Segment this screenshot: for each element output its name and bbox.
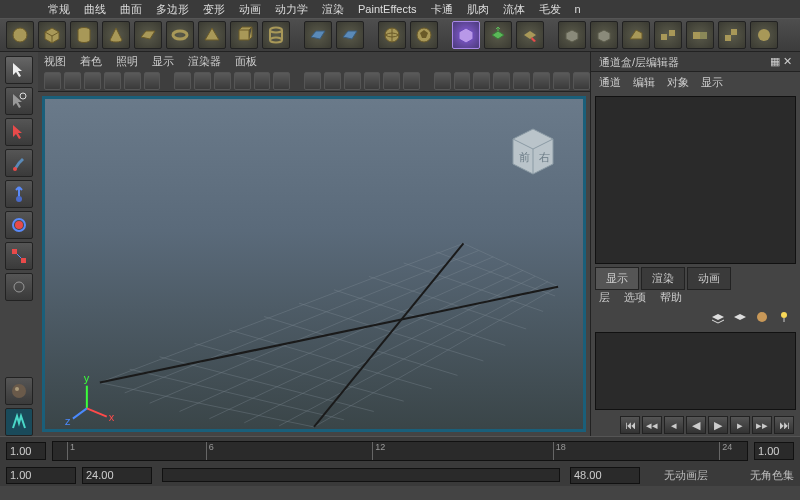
range-out-field[interactable] [570, 467, 640, 484]
range-in-field[interactable] [82, 467, 152, 484]
menu-item[interactable]: 常规 [48, 2, 70, 17]
plane-icon[interactable] [134, 21, 162, 49]
soccer-icon[interactable] [410, 21, 438, 49]
pipe-icon[interactable] [262, 21, 290, 49]
vp-btn[interactable] [344, 72, 361, 90]
play-button[interactable]: ▶ [708, 416, 728, 434]
pyramid-icon[interactable] [198, 21, 226, 49]
vp-btn[interactable] [493, 72, 510, 90]
smooth-icon[interactable] [750, 21, 778, 49]
sphere-icon[interactable] [6, 21, 34, 49]
cube-icon[interactable] [38, 21, 66, 49]
tab-channel[interactable]: 通道 [599, 75, 621, 90]
plane3-icon[interactable] [336, 21, 364, 49]
time-slider[interactable]: 1 6 12 18 24 [0, 436, 800, 464]
layer-sphere-icon[interactable] [754, 309, 770, 325]
start-frame-field[interactable] [6, 442, 46, 460]
channel-list[interactable] [595, 96, 796, 264]
vp-btn[interactable] [174, 72, 191, 90]
menu-item[interactable]: 卡通 [431, 2, 453, 17]
vp-btn[interactable] [573, 72, 590, 90]
layer-list[interactable] [595, 332, 796, 410]
viewport-persp[interactable]: y x z 前右 [42, 96, 586, 432]
vp-btn[interactable] [513, 72, 530, 90]
tab-edit[interactable]: 编辑 [633, 75, 655, 90]
move-tool[interactable] [5, 180, 33, 208]
timeline-ruler[interactable]: 1 6 12 18 24 [52, 441, 748, 461]
show-menu[interactable]: 显示 [152, 54, 174, 69]
prism-icon[interactable] [230, 21, 258, 49]
renderer-menu[interactable]: 渲染器 [188, 54, 221, 69]
wedge-icon[interactable] [622, 21, 650, 49]
layer-light-icon[interactable] [776, 309, 792, 325]
rewind-start-button[interactable]: ⏮ [620, 416, 640, 434]
brush-tool[interactable] [5, 149, 33, 177]
select-tool[interactable] [5, 56, 33, 84]
range-start-field[interactable] [6, 467, 76, 484]
menu-item[interactable]: 变形 [203, 2, 225, 17]
vp-btn[interactable] [304, 72, 321, 90]
material-icon[interactable] [5, 377, 33, 405]
cylinder-icon[interactable] [70, 21, 98, 49]
menu-item[interactable]: 肌肉 [467, 2, 489, 17]
vp-btn[interactable] [84, 72, 101, 90]
help-menu[interactable]: 帮助 [660, 290, 682, 305]
torus-icon[interactable] [166, 21, 194, 49]
range-bar[interactable] [162, 468, 560, 482]
vp-btn[interactable] [124, 72, 141, 90]
step-back-button[interactable]: ◂◂ [642, 416, 662, 434]
tab-show[interactable]: 显示 [701, 75, 723, 90]
vp-btn[interactable] [434, 72, 451, 90]
vp-btn[interactable] [64, 72, 81, 90]
menu-item[interactable]: 动画 [239, 2, 261, 17]
tab-object[interactable]: 对象 [667, 75, 689, 90]
menu-item[interactable]: 流体 [503, 2, 525, 17]
vp-btn[interactable] [194, 72, 211, 90]
rotate-tool[interactable] [5, 211, 33, 239]
next-key-button[interactable]: ▸ [730, 416, 750, 434]
layer-icon[interactable] [710, 309, 726, 325]
fwd-end-button[interactable]: ⏭ [774, 416, 794, 434]
select-face-icon[interactable] [516, 21, 544, 49]
tab-anim[interactable]: 动画 [687, 267, 731, 290]
vp-btn[interactable] [553, 72, 570, 90]
vp-btn[interactable] [383, 72, 400, 90]
vp-btn[interactable] [533, 72, 550, 90]
vp-btn[interactable] [324, 72, 341, 90]
vp-btn[interactable] [144, 72, 161, 90]
extrude-icon[interactable] [484, 21, 512, 49]
menu-item[interactable]: n [575, 3, 581, 15]
panel-menu-icon[interactable]: ▦ ✕ [770, 55, 792, 68]
menu-item[interactable]: 动力学 [275, 2, 308, 17]
charset-label[interactable]: 无角色集 [750, 468, 794, 483]
vp-btn[interactable] [454, 72, 471, 90]
plane2-icon[interactable] [304, 21, 332, 49]
viewport-menubar[interactable]: 视图 着色 照明 显示 渲染器 面板 [38, 52, 590, 70]
extract-icon[interactable] [718, 21, 746, 49]
main-menubar[interactable]: 常规 曲线 曲面 多边形 变形 动画 动力学 渲染 PaintEffects 卡… [0, 0, 800, 18]
layer-add-icon[interactable] [732, 309, 748, 325]
options-menu[interactable]: 选项 [624, 290, 646, 305]
geosphere-icon[interactable] [378, 21, 406, 49]
vp-btn[interactable] [214, 72, 231, 90]
lasso-tool[interactable] [5, 87, 33, 115]
vp-btn[interactable] [234, 72, 251, 90]
viewcube[interactable]: 前右 [503, 119, 563, 179]
tab-render[interactable]: 渲染 [641, 267, 685, 290]
paint-select-tool[interactable] [5, 118, 33, 146]
play-back-button[interactable]: ◀ [686, 416, 706, 434]
cone-icon[interactable] [102, 21, 130, 49]
scale-tool[interactable] [5, 242, 33, 270]
menu-item[interactable]: 渲染 [322, 2, 344, 17]
menu-item[interactable]: 多边形 [156, 2, 189, 17]
vp-btn[interactable] [254, 72, 271, 90]
end-frame-field[interactable] [754, 442, 794, 460]
step-fwd-button[interactable]: ▸▸ [752, 416, 772, 434]
box1-icon[interactable] [558, 21, 586, 49]
boxes-icon[interactable] [654, 21, 682, 49]
maya-logo-icon[interactable] [5, 408, 33, 436]
manip-tool[interactable] [5, 273, 33, 301]
prev-key-button[interactable]: ◂ [664, 416, 684, 434]
vp-btn[interactable] [473, 72, 490, 90]
menu-item[interactable]: 毛发 [539, 2, 561, 17]
